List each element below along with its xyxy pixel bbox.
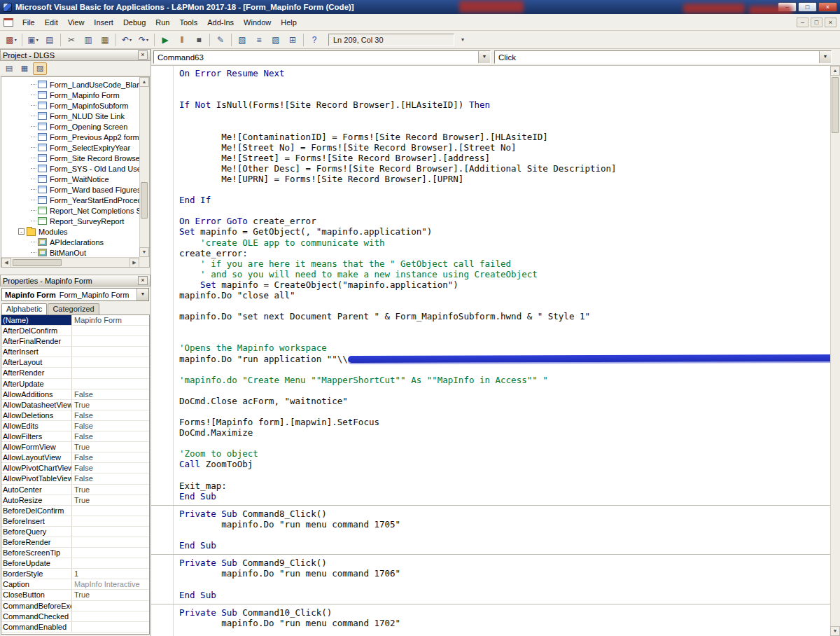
menu-run[interactable]: Run bbox=[150, 15, 174, 29]
menu-view[interactable]: View bbox=[63, 15, 90, 29]
design-mode-button[interactable]: ✎ bbox=[213, 33, 228, 47]
tree-item[interactable]: Form_YearStartEndProced bbox=[1, 195, 139, 205]
tree-item[interactable]: Form_MapinfoSubform bbox=[1, 100, 139, 111]
property-row[interactable]: AllowEditsFalse bbox=[1, 421, 149, 431]
menu-debug[interactable]: Debug bbox=[118, 15, 150, 29]
tree-item[interactable]: BitManOut bbox=[1, 247, 139, 257]
scroll-thumb[interactable] bbox=[832, 77, 839, 133]
property-row[interactable]: AfterFinalRender bbox=[1, 336, 149, 347]
property-row[interactable]: AllowPivotChartViewFalse bbox=[1, 463, 149, 473]
property-row[interactable]: AutoResizeTrue bbox=[1, 495, 149, 506]
child-restore-button[interactable]: □ bbox=[811, 18, 822, 27]
property-row[interactable]: BeforeUpdate bbox=[1, 558, 149, 569]
menu-help[interactable]: Help bbox=[276, 15, 302, 29]
properties-object-dropdown[interactable]: Mapinfo Form Form_Mapinfo Form ▼ bbox=[1, 288, 149, 301]
property-row[interactable]: BeforeQuery bbox=[1, 527, 149, 537]
property-row[interactable]: (Name)Mapinfo Form bbox=[1, 315, 149, 326]
scroll-right-icon[interactable]: ▶ bbox=[130, 258, 139, 268]
tree-item[interactable]: Form_SelectExpiryYear bbox=[1, 142, 139, 153]
close-button[interactable]: × bbox=[818, 2, 837, 12]
view-object-button[interactable]: ▦ bbox=[18, 62, 31, 75]
project-tree-hscrollbar[interactable]: ◀ ▶ bbox=[1, 257, 139, 267]
scroll-up-icon[interactable]: ▲ bbox=[139, 77, 149, 87]
cut-button[interactable]: ✂ bbox=[64, 33, 79, 47]
properties-window-button[interactable]: ≡ bbox=[251, 33, 267, 47]
tree-item[interactable]: Form_Ward based Figures bbox=[1, 184, 139, 195]
scroll-up-icon[interactable]: ▲ bbox=[830, 66, 840, 76]
tree-item[interactable]: Form_WaitNotice bbox=[1, 174, 139, 184]
reset-button[interactable]: ■ bbox=[191, 33, 206, 47]
scroll-down-icon[interactable]: ▼ bbox=[830, 626, 840, 636]
property-row[interactable]: BeforeInsert bbox=[1, 516, 149, 527]
save-button[interactable]: ▤ bbox=[42, 33, 57, 47]
property-row[interactable]: BeforeRender bbox=[1, 537, 149, 548]
property-row[interactable]: AllowFiltersFalse bbox=[1, 431, 149, 442]
property-row[interactable]: AllowLayoutViewFalse bbox=[1, 452, 149, 463]
paste-button[interactable]: ▦ bbox=[97, 33, 113, 47]
property-row[interactable]: CommandChecked bbox=[1, 611, 149, 622]
undo-button[interactable]: ↶▾ bbox=[119, 33, 134, 47]
tree-item[interactable]: Form_SYS - Old Land Use & bbox=[1, 163, 139, 174]
menu-tools[interactable]: Tools bbox=[174, 15, 202, 29]
object-browser-button[interactable]: ▨ bbox=[268, 33, 284, 47]
scroll-down-icon[interactable]: ▼ bbox=[139, 247, 149, 257]
tree-item[interactable]: Report_Net Completions Si bbox=[1, 205, 139, 216]
chevron-down-icon[interactable]: ▼ bbox=[136, 289, 148, 300]
property-row[interactable]: AllowAdditionsFalse bbox=[1, 389, 149, 400]
toolbar-overflow-icon[interactable]: ▾ bbox=[458, 36, 468, 43]
tree-item[interactable]: APIdeclarations bbox=[1, 237, 139, 247]
redo-button[interactable]: ↷▾ bbox=[136, 33, 151, 47]
property-row[interactable]: AfterDelConfirm bbox=[1, 326, 149, 336]
property-row[interactable]: BeforeDelConfirm bbox=[1, 506, 149, 516]
code-vscrollbar[interactable]: ▲ ▼ bbox=[830, 66, 840, 636]
property-row[interactable]: CommandEnabled bbox=[1, 622, 149, 632]
tab-categorized[interactable]: Categorized bbox=[48, 303, 99, 314]
scroll-thumb[interactable] bbox=[13, 259, 62, 266]
property-row[interactable]: AfterUpdate bbox=[1, 379, 149, 389]
tree-item[interactable]: Form_LandUseCode_Blank bbox=[1, 79, 139, 90]
project-explorer-button[interactable]: ▧ bbox=[234, 33, 250, 47]
event-dropdown[interactable]: Click ▼ bbox=[494, 50, 832, 64]
project-tree-vscrollbar[interactable]: ▲ ▼ bbox=[139, 77, 149, 257]
property-row[interactable]: BeforeScreenTip bbox=[1, 548, 149, 558]
tree-item[interactable]: Form_Site Record Browser bbox=[1, 153, 139, 163]
property-row[interactable]: AfterInsert bbox=[1, 347, 149, 357]
property-row[interactable]: AllowDeletionsFalse bbox=[1, 410, 149, 421]
tree-item[interactable]: Form_NLUD Site Link bbox=[1, 111, 139, 121]
property-row[interactable]: AllowDatasheetViewTrue bbox=[1, 400, 149, 410]
menu-window[interactable]: Window bbox=[239, 15, 276, 29]
property-row[interactable]: AfterLayout bbox=[1, 357, 149, 368]
project-panel-close-icon[interactable]: × bbox=[138, 50, 148, 60]
tree-item[interactable]: Form_Previous App2 form bbox=[1, 132, 139, 142]
property-row[interactable]: CloseButtonTrue bbox=[1, 590, 149, 600]
code-editor[interactable]: On Error Resume Next If Not IsNull(Forms… bbox=[151, 66, 830, 636]
menu-edit[interactable]: Edit bbox=[40, 15, 63, 29]
toggle-folders-button[interactable]: ▨ bbox=[33, 62, 47, 75]
property-row[interactable]: AutoCenterTrue bbox=[1, 485, 149, 495]
tree-item[interactable]: Form_Mapinfo Form bbox=[1, 90, 139, 100]
break-button[interactable]: ‖ bbox=[174, 33, 190, 47]
tree-item[interactable]: Report_SurveyReport bbox=[1, 216, 139, 226]
tree-item[interactable]: -Modules bbox=[1, 226, 139, 237]
child-close-button[interactable]: × bbox=[825, 18, 836, 27]
property-row[interactable]: CaptionMapInfo Interactive bbox=[1, 579, 149, 590]
view-access-button[interactable]: ▩▾ bbox=[4, 33, 19, 47]
property-row[interactable]: BorderStyle1 bbox=[1, 569, 149, 579]
child-minimize-button[interactable]: – bbox=[797, 18, 808, 27]
copy-button[interactable]: ▥ bbox=[80, 33, 96, 47]
help-button[interactable]: ? bbox=[307, 33, 322, 47]
scroll-thumb[interactable] bbox=[141, 182, 148, 219]
tree-expander-icon[interactable]: - bbox=[18, 228, 24, 235]
property-row[interactable]: AllowFormViewTrue bbox=[1, 442, 149, 452]
property-row[interactable]: AllowPivotTableViewFalse bbox=[1, 473, 149, 484]
run-button[interactable]: ▶ bbox=[158, 33, 173, 47]
insert-userform-button[interactable]: ▣▾ bbox=[25, 33, 41, 47]
dock-splitter[interactable] bbox=[0, 268, 150, 275]
view-code-button[interactable]: ▤ bbox=[2, 62, 16, 75]
chevron-down-icon[interactable]: ▼ bbox=[819, 51, 831, 63]
scroll-left-icon[interactable]: ◀ bbox=[1, 258, 11, 268]
property-row[interactable]: AfterRender bbox=[1, 368, 149, 378]
menu-insert[interactable]: Insert bbox=[89, 15, 118, 29]
menu-addins[interactable]: Add-Ins bbox=[202, 15, 239, 29]
tab-alphabetic[interactable]: Alphabetic bbox=[1, 303, 47, 314]
